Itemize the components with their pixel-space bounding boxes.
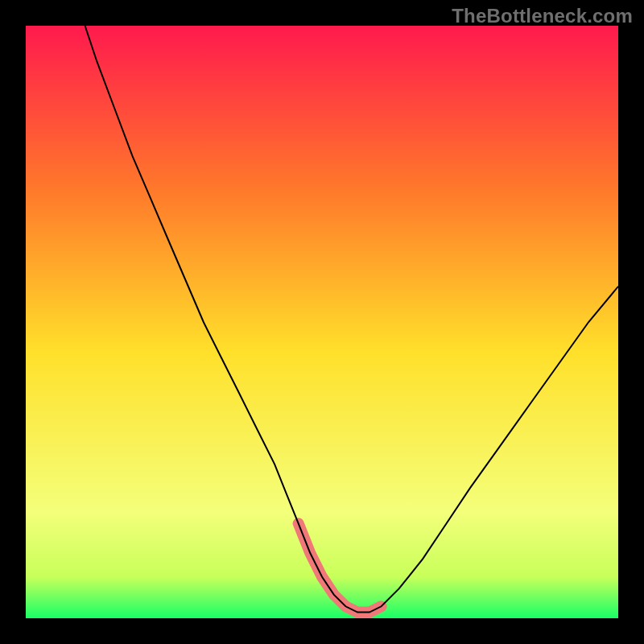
watermark-text: TheBottleneck.com: [452, 5, 633, 27]
chart-frame: TheBottleneck.com: [0, 0, 644, 644]
bottleneck-chart: [26, 26, 618, 618]
plot-area: [26, 26, 618, 618]
gradient-background: [26, 26, 618, 618]
